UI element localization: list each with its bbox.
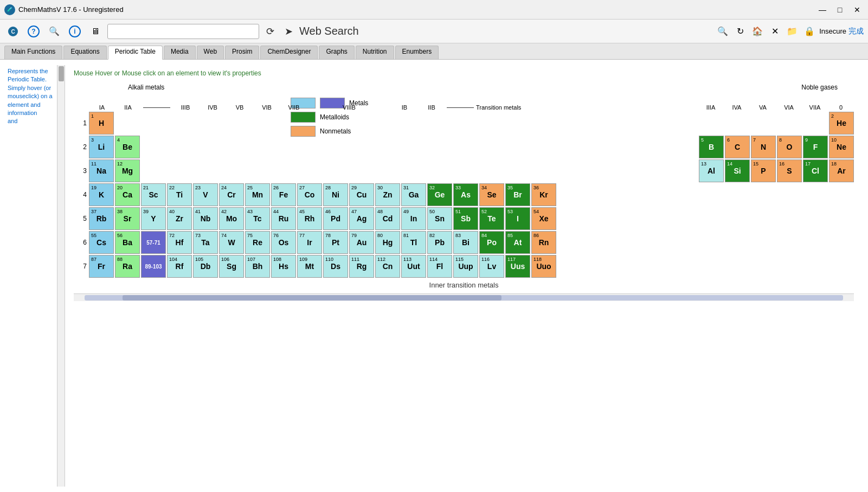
close-button[interactable]: ✕ [851,3,864,16]
tab-media[interactable]: Media [164,46,196,59]
tab-enumbers[interactable]: Enumbers [395,46,439,59]
element-Db[interactable]: 105Db [193,255,218,278]
element-Cn[interactable]: 112Cn [375,255,400,278]
element-Sn[interactable]: 50Sn [427,207,452,230]
element-Y[interactable]: 39Y [141,207,166,230]
element-Ra[interactable]: 88Ra [115,255,140,278]
element-C[interactable]: 6 C [725,136,750,158]
back-btn[interactable]: ⟳ [262,24,278,39]
element-Xe[interactable]: 54Xe [531,207,556,230]
sidebar-scrollbar[interactable] [57,65,65,487]
tab-graphs[interactable]: Graphs [319,46,354,59]
element-N[interactable]: 7 N [751,136,776,158]
element-I[interactable]: 53I [505,207,530,230]
element-In[interactable]: 49In [401,207,426,230]
element-He[interactable]: 2 He [829,112,854,135]
element-Ca[interactable]: 20 Ca [115,183,140,206]
element-Mo[interactable]: 42Mo [219,207,244,230]
element-Zr[interactable]: 40Zr [167,207,192,230]
element-Ba[interactable]: 56Ba [115,231,140,254]
insecure-button[interactable]: Insecure [819,27,846,35]
element-Lv[interactable]: 116Lv [479,255,504,278]
element-K[interactable]: 19 K [89,183,114,206]
element-At[interactable]: 85At [505,231,530,254]
element-Na[interactable]: 11 Na [89,159,114,182]
element-Rn[interactable]: 86Rn [531,231,556,254]
element-W[interactable]: 74W [219,231,244,254]
element-Os[interactable]: 76Os [271,231,296,254]
kanryo-button[interactable]: 完成 [848,27,864,36]
element-lanthanide-placeholder[interactable]: 57-71 [141,231,166,254]
element-V[interactable]: 23V [193,183,218,206]
element-Br[interactable]: 35Br [505,183,530,206]
element-Sg[interactable]: 106Sg [219,255,244,278]
search-small-btn[interactable]: 🔍 [46,23,63,40]
tab-periodic-table[interactable]: Periodic Table [108,46,163,60]
lock-btn[interactable]: 🔒 [802,24,817,39]
scroll-thumb[interactable] [123,295,502,301]
element-Sr[interactable]: 38Sr [115,207,140,230]
element-Rb[interactable]: 37Rb [89,207,114,230]
element-Uut[interactable]: 113Uut [401,255,426,278]
element-Uuo[interactable]: 118Uuo [531,255,556,278]
tab-chemdesigner[interactable]: ChemDesigner [260,46,318,59]
tab-nutrition[interactable]: Nutrition [356,46,394,59]
element-Rh[interactable]: 45Rh [297,207,322,230]
element-Fl[interactable]: 114Fl [427,255,452,278]
element-Fr[interactable]: 87Fr [89,255,114,278]
help-btn[interactable]: ? [25,23,42,40]
element-Si[interactable]: 14 Si [725,159,750,182]
element-Mt[interactable]: 109Mt [297,255,322,278]
scroll-track[interactable] [85,295,843,301]
element-Uus[interactable]: 117Uus [505,255,530,278]
element-Ge[interactable]: 32Ge [427,183,452,206]
search-btn[interactable]: 🔍 [715,24,730,39]
element-As[interactable]: 33As [453,183,478,206]
bottom-scrollbar[interactable] [74,293,854,301]
element-Mn[interactable]: 25Mn [245,183,270,206]
element-Fe[interactable]: 26Fe [271,183,296,206]
element-Pt[interactable]: 78Pt [323,231,348,254]
element-Ne[interactable]: 10 Ne [829,136,854,158]
cancel-btn[interactable]: ✕ [767,24,782,39]
element-Sb[interactable]: 51Sb [453,207,478,230]
element-Co[interactable]: 27Co [297,183,322,206]
element-Au[interactable]: 79Au [349,231,374,254]
element-Bi[interactable]: 83Bi [453,231,478,254]
element-Li[interactable]: 3 Li [89,136,114,158]
element-Tc[interactable]: 43Tc [245,207,270,230]
element-Ir[interactable]: 77Ir [297,231,322,254]
screen-btn[interactable]: 🖥 [87,23,104,40]
element-Pb[interactable]: 82Pb [427,231,452,254]
element-B[interactable]: 5 B [699,136,724,158]
address-bar[interactable] [107,24,259,39]
element-Po[interactable]: 84Po [479,231,504,254]
element-Al[interactable]: 13 Al [699,159,724,182]
forward-btn[interactable]: ➤ [281,24,296,39]
element-Kr[interactable]: 36Kr [531,183,556,206]
tab-main-functions[interactable]: Main Functions [4,46,62,59]
element-Cu[interactable]: 29Cu [349,183,374,206]
element-Hs[interactable]: 108Hs [271,255,296,278]
tab-equations[interactable]: Equations [63,46,106,59]
element-Cd[interactable]: 48Cd [375,207,400,230]
element-Uup[interactable]: 115Uup [453,255,478,278]
element-Sc[interactable]: 21Sc [141,183,166,206]
tab-prosim[interactable]: Prosim [225,46,259,59]
info-btn[interactable]: i [66,23,83,40]
element-Zn[interactable]: 30Zn [375,183,400,206]
sidebar-scroll-thumb[interactable] [59,66,64,81]
element-Ru[interactable]: 44Ru [271,207,296,230]
element-F[interactable]: 9 F [803,136,828,158]
element-Nb[interactable]: 41Nb [193,207,218,230]
refresh-btn[interactable]: ↻ [732,24,748,39]
element-Ag[interactable]: 47Ag [349,207,374,230]
element-Cl[interactable]: 17 Cl [803,159,828,182]
element-Rf[interactable]: 104Rf [167,255,192,278]
element-Te[interactable]: 52Te [479,207,504,230]
element-Pd[interactable]: 46Pd [323,207,348,230]
element-Tl[interactable]: 81Tl [401,231,426,254]
element-Hg[interactable]: 80Hg [375,231,400,254]
element-Mg[interactable]: 12 Mg [115,159,140,182]
tab-web[interactable]: Web [197,46,224,59]
